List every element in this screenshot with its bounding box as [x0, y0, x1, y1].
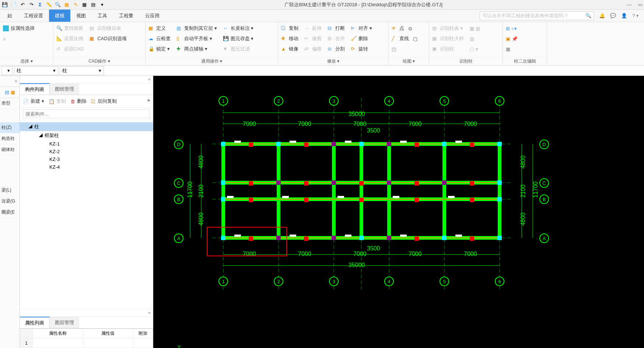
global-search[interactable]: 可以合并不同工程的楼层及构件类型吗？ 🔍: [480, 11, 594, 20]
menu-model[interactable]: 建模: [49, 10, 70, 22]
identify-col-table-button[interactable]: ▤识别柱表 ▾: [432, 24, 464, 32]
cube-icon[interactable]: ▦: [63, 1, 70, 8]
extend-button[interactable]: →延伸: [304, 24, 322, 32]
menu-cloud[interactable]: 云应用: [139, 10, 165, 22]
new-button[interactable]: 📄新建 ▾: [23, 97, 44, 105]
edit-icon[interactable]: ✎: [72, 1, 79, 8]
category-select[interactable]: 柱▾: [14, 66, 58, 75]
sum-icon[interactable]: Σ: [37, 1, 43, 8]
tree-framecol[interactable]: ◢ 框架柱: [20, 131, 153, 140]
help-icon[interactable]: ? ▾: [632, 13, 639, 18]
cad-options-button[interactable]: ▦CAD识别选项: [90, 35, 126, 43]
comp-close-button[interactable]: ×: [20, 76, 153, 83]
nav-masonry-col[interactable]: 砌体柱: [0, 144, 20, 155]
table-row[interactable]: 1: [20, 338, 153, 348]
menu-quantity[interactable]: 工程量: [113, 10, 139, 22]
mirror-button[interactable]: ▲镜像: [281, 45, 298, 53]
aux-axis-button[interactable]: ✚两点辅轴 ▾: [176, 45, 217, 53]
line-button[interactable]: ╱直线▢: [392, 35, 426, 43]
floor-copy-button[interactable]: ⿻层间复制: [91, 97, 117, 105]
component-select[interactable]: 柱▾: [60, 66, 104, 75]
menu-view[interactable]: 视图: [70, 10, 92, 22]
tab-property-list[interactable]: 属性列表: [20, 317, 50, 328]
identify-extra1[interactable]: ▦ ▥: [470, 24, 480, 32]
col-editor-1[interactable]: ⊞ ⟐▾: [506, 24, 544, 32]
filter-element-button[interactable]: ▼图元过滤: [223, 45, 254, 53]
floor-select[interactable]: ▾: [1, 66, 13, 75]
prop-close-button[interactable]: ×: [20, 309, 153, 317]
copy-button[interactable]: ⿻复制: [281, 24, 298, 32]
col-editor-2[interactable]: ▣ 📌: [506, 35, 544, 43]
tab-drawing-mgmt[interactable]: 图纸管理: [50, 83, 79, 95]
undo-icon[interactable]: ↶: [19, 1, 26, 8]
find-replace-button[interactable]: 🔍查找替换: [56, 24, 84, 32]
point-button[interactable]: ✛点⊙: [392, 24, 426, 32]
copy-comp-button[interactable]: 📋复制: [49, 97, 66, 105]
nav-constructive-col[interactable]: 构造柱: [0, 133, 20, 144]
menu-settings[interactable]: 工程设置: [18, 10, 49, 22]
open-icon[interactable]: 📄: [10, 1, 17, 8]
auto-align-button[interactable]: ▯自动平齐板 ▾: [176, 35, 217, 43]
table-icon[interactable]: ▤: [90, 1, 97, 8]
dropdown-icon[interactable]: ▾: [99, 1, 105, 8]
minimize-button[interactable]: —: [627, 2, 631, 7]
user-icon[interactable]: 👤: [621, 13, 627, 18]
tree-kz4[interactable]: KZ-4: [20, 163, 153, 171]
move-button[interactable]: ✥移动: [281, 35, 298, 43]
maximize-button[interactable]: ▭: [638, 2, 643, 7]
redo-icon[interactable]: ↷: [28, 1, 35, 8]
delete-comp-button[interactable]: 🗑删除: [70, 97, 87, 105]
tab-layer-mgmt[interactable]: 图层管理: [50, 317, 79, 328]
define-button[interactable]: ▦定义: [148, 24, 171, 32]
identify-col-button[interactable]: ▣识别柱: [432, 45, 464, 53]
nav-closex[interactable]: ×: [0, 76, 20, 87]
identify-extra2[interactable]: ▥: [470, 35, 480, 43]
lock-button[interactable]: 🔒锁定 ▾: [148, 45, 171, 53]
align-button[interactable]: ⊫对齐 ▾: [351, 24, 372, 32]
split-button[interactable]: ⊘分割: [328, 45, 345, 53]
nav-beam[interactable]: 梁(L): [0, 185, 20, 196]
bell-icon[interactable]: 🔔: [599, 13, 605, 18]
search-input[interactable]: [23, 109, 150, 118]
copy-to-floor-button[interactable]: ▥复制到其它层 ▾: [176, 24, 217, 32]
chat-icon[interactable]: 💬: [610, 13, 616, 18]
delete-button[interactable]: 🧹删除: [351, 35, 372, 43]
dim-extra-b: 3500: [367, 245, 380, 252]
identify-extra3[interactable]: ▢ ▾: [470, 45, 480, 53]
dim-length-button[interactable]: ↔长度标注 ▾: [223, 24, 254, 32]
col-label: [234, 141, 241, 143]
draw-sub3[interactable]: ◫: [392, 45, 426, 53]
ruler-icon[interactable]: 📏: [46, 1, 52, 8]
cloud-check-button[interactable]: ☁云检查: [148, 35, 171, 43]
restore-cad-button[interactable]: ↺还原CAD: [56, 45, 84, 53]
offset-button[interactable]: ⇄偏移: [304, 45, 322, 53]
merge-button[interactable]: ⊞合并: [328, 35, 345, 43]
select-by-attr-button[interactable]: 按属性选择: [3, 24, 50, 32]
nav-types[interactable]: 类型: [0, 98, 20, 109]
menu-start[interactable]: 始: [1, 10, 18, 22]
set-scale-button[interactable]: 📐设置比例: [56, 35, 84, 43]
break-button[interactable]: ⊟打断: [328, 24, 345, 32]
save-element-button[interactable]: 💾图元存盘 ▾: [223, 35, 254, 43]
tab-component-list[interactable]: 构件列表: [20, 83, 50, 95]
search-icon[interactable]: 🔍: [55, 1, 61, 8]
trim-button[interactable]: ✂修剪: [304, 35, 322, 43]
nav-tab-icons[interactable]: ▤ ▦: [0, 87, 20, 98]
drawing-canvas[interactable]: 1 2 3 4 5 6 1 2 3 4 5 6 D C B A D C B A …: [153, 76, 644, 348]
grid-icon[interactable]: ▦: [81, 1, 88, 8]
tree-kz2[interactable]: KZ-2: [20, 148, 153, 155]
tree-kz3[interactable]: KZ-3: [20, 155, 153, 163]
save-icon[interactable]: 💾: [1, 1, 8, 8]
nav-column[interactable]: 柱(Z): [0, 122, 20, 133]
rotate-button[interactable]: ⟳旋转: [351, 45, 372, 53]
col-editor-3[interactable]: ▦: [506, 45, 544, 53]
search-icon[interactable]: 🔍: [585, 13, 591, 18]
select-sub-2[interactable]: ⟐: [3, 35, 50, 43]
identify-floor-button[interactable]: ▤识别楼层表: [90, 24, 126, 32]
tree-root-column[interactable]: ◢ 柱: [20, 122, 153, 131]
tree-kz1[interactable]: KZ-1: [20, 140, 153, 148]
menu-tools[interactable]: 工具: [92, 10, 113, 22]
nav-ring-beam[interactable]: 圈梁(E: [0, 207, 20, 218]
identify-col-detail-button[interactable]: ▦识别柱大样: [432, 35, 464, 43]
nav-link-beam[interactable]: 连梁(G: [0, 196, 20, 207]
